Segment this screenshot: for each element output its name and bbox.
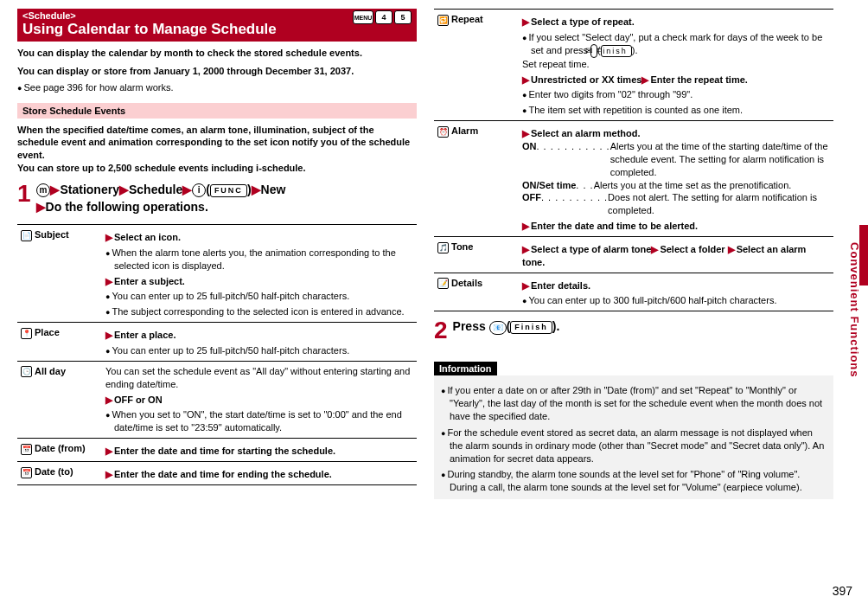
step1-t4: Do the following operations. [46, 200, 208, 214]
alpha-icon: i [192, 183, 206, 197]
step-2: 2 Press 📧(Finish). [434, 318, 833, 343]
all-day-icon: 🕒 [21, 366, 32, 377]
menu-button-icon: m [36, 183, 51, 197]
spec-note: You can enter up to 25 full-pitch/50 hal… [105, 344, 413, 357]
spec-definition: OFF . . . . . . . . . . Does not alert. … [522, 191, 830, 217]
spec-label: 🔁Repeat [434, 10, 519, 121]
step1-t1: Stationery [60, 183, 118, 196]
menu-icon: MENU [353, 10, 373, 24]
spec-action: ▶Enter details. [522, 279, 830, 292]
date-from--icon: 📅 [21, 444, 32, 455]
place-icon: 📍 [21, 328, 32, 339]
info-item: During standby, the alarm tone sounds at… [441, 468, 827, 494]
information-title: Information [434, 362, 497, 375]
spec-content: ▶Enter details.You can enter up to 300 f… [519, 273, 833, 311]
spec-content: You can set the schedule event as "All d… [102, 361, 417, 438]
step1-t2: Schedule [129, 183, 182, 196]
header-icons: MENU 4 5 [353, 10, 412, 24]
info-item: For the schedule event stored as secret … [441, 427, 827, 465]
step-1: 1 m▶Stationery▶Schedule▶i(FUNC)▶New ▶Do … [17, 182, 417, 215]
tone-icon: 🎵 [437, 242, 449, 253]
step-1-body: m▶Stationery▶Schedule▶i(FUNC)▶New ▶Do th… [36, 182, 286, 215]
information-box: If you enter a date on or after 29th in … [434, 375, 833, 499]
information-block: Information If you enter a date on or af… [434, 353, 833, 499]
spec-action: ▶Select a type of alarm tone▶Select a fo… [522, 243, 830, 269]
spec-plain: You can set the schedule event as "All d… [105, 365, 413, 391]
spec-note: You can enter up to 300 full-pitch/600 h… [522, 294, 830, 307]
spec-action: ▶Select an icon. [105, 231, 413, 244]
spec-note: Enter two digits from "02" through "99". [522, 88, 830, 101]
alarm-icon: ⏰ [437, 126, 449, 138]
spec-action: ▶Enter the date and time for starting th… [105, 445, 413, 458]
right-column: 🔁Repeat▶Select a type of repeat.If you s… [434, 9, 833, 499]
spec-label: 🕒All day [17, 361, 102, 438]
step-1-number: 1 [17, 182, 31, 215]
info-item: If you enter a date on or after 29th in … [441, 384, 827, 423]
page-content: <Schedule> Using Calendar to Manage Sche… [0, 0, 868, 508]
spec-label: 📝Details [434, 273, 519, 311]
repeat-icon: 🔁 [437, 15, 449, 26]
chapter-header: <Schedule> Using Calendar to Manage Sche… [17, 9, 417, 42]
spec-action: ▶Enter the date and time to be alerted. [522, 220, 830, 233]
spec-label: ⏰Alarm [434, 121, 519, 237]
spec-label: 🎵Tone [434, 236, 519, 273]
spec-label: 📍Place [17, 323, 102, 362]
intro-text-2: You can display or store from January 1,… [17, 65, 417, 78]
spec-definition: ON . . . . . . . . . . . Alerts you at t… [522, 140, 830, 179]
spec-table-left: 📄Subject▶Select an icon.When the alarm t… [17, 224, 417, 485]
spec-content: ▶Select a type of alarm tone▶Select a fo… [519, 236, 833, 273]
spec-action: ▶Enter a subject. [105, 275, 413, 288]
spec-note: If you select "Select day", put a check … [522, 31, 830, 58]
step2-pre: Press [453, 319, 489, 333]
spec-action: ▶Select an alarm method. [522, 127, 830, 140]
spec-note: The item set with repetition is counted … [522, 104, 830, 117]
side-tab-label: Convenient Functions [848, 242, 861, 378]
spec-plain: Set repeat time. [522, 58, 830, 71]
date-to--icon: 📅 [21, 467, 32, 478]
spec-action: ▶OFF or ON [105, 394, 413, 407]
spec-content: ▶Select a type of repeat.If you select "… [519, 10, 833, 121]
spec-note: When the alarm tone alerts you, the anim… [105, 247, 413, 273]
func-pill: FUNC [210, 184, 247, 197]
spec-content: ▶Select an alarm method.ON . . . . . . .… [519, 121, 833, 237]
spec-note: The subject corresponding to the selecte… [105, 305, 413, 318]
intro-bullet: See page 396 for how alarm works. [17, 81, 417, 94]
page-number: 397 [833, 584, 852, 598]
spec-action: ▶Enter a place. [105, 329, 413, 342]
subject-icon: 📄 [21, 230, 32, 241]
spec-action: ▶Unrestricted or XX times▶Enter the repe… [522, 74, 830, 87]
spec-note: When you set to "ON", the start date/tim… [105, 408, 413, 434]
intro-text-1: You can display the calendar by month to… [17, 47, 417, 60]
mail-button-icon: 📧 [489, 321, 507, 335]
spec-definition: ON/Set time . . . Alerts you at the time… [522, 179, 830, 192]
spec-action: ▶Enter the date and time for ending the … [105, 468, 413, 481]
section-body: When the specified date/time comes, an a… [17, 124, 417, 175]
spec-label: 📅Date (from) [17, 439, 102, 462]
spec-content: ▶Enter a place.You can enter up to 25 fu… [102, 323, 417, 362]
spec-content: ▶Enter the date and time for starting th… [102, 439, 417, 462]
spec-label: 📄Subject [17, 225, 102, 323]
spec-table-right: 🔁Repeat▶Select a type of repeat.If you s… [434, 9, 833, 311]
spec-content: ▶Select an icon.When the alarm tone aler… [102, 225, 417, 323]
finish-pill: Finish [510, 321, 552, 334]
step1-t3: New [261, 183, 286, 196]
spec-content: ▶Enter the date and time for ending the … [102, 461, 417, 484]
digit-4-icon: 4 [375, 10, 393, 24]
step-2-number: 2 [434, 318, 448, 343]
digit-5-icon: 5 [394, 10, 412, 24]
section-title: Store Schedule Events [17, 103, 417, 119]
left-column: <Schedule> Using Calendar to Manage Sche… [17, 9, 417, 499]
spec-label: 📅Date (to) [17, 461, 102, 484]
step-2-body: Press 📧(Finish). [453, 318, 560, 343]
step2-post: . [556, 319, 559, 333]
spec-action: ▶Select a type of repeat. [522, 16, 830, 29]
spec-note: You can enter up to 25 full-pitch/50 hal… [105, 290, 413, 303]
details-icon: 📝 [437, 278, 449, 289]
